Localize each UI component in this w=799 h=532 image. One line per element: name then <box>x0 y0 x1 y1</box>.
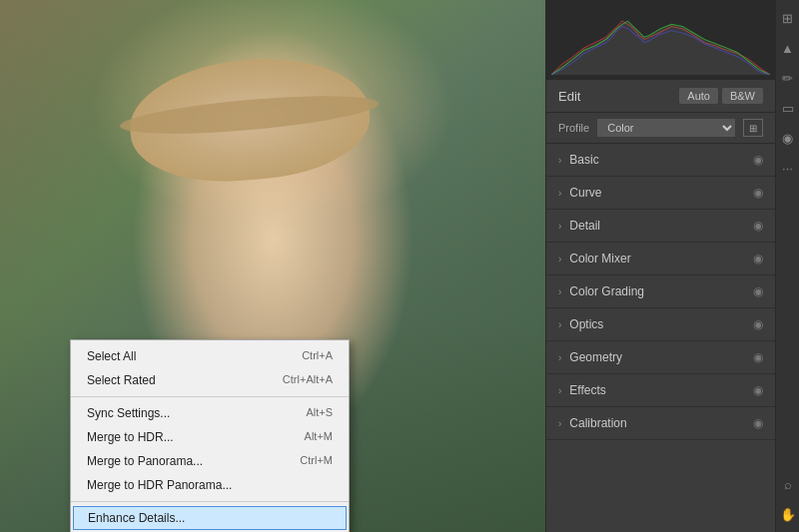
edit-panel: Edit Auto B&W Profile Color ⊞ › Basic ◉ … <box>546 80 775 532</box>
section-optics[interactable]: › Optics ◉ <box>546 308 775 341</box>
section-left-effects: › Effects <box>558 383 606 397</box>
auto-button[interactable]: Auto <box>679 88 718 104</box>
menu-item-select-rated[interactable]: Select Rated Ctrl+Alt+A <box>71 368 349 392</box>
eye-icon-curve[interactable]: ◉ <box>753 186 763 200</box>
profile-select[interactable]: Color <box>597 119 735 137</box>
profile-row: Profile Color ⊞ <box>546 113 775 144</box>
section-color-grading[interactable]: › Color Grading ◉ <box>546 275 775 308</box>
context-menu: Select All Ctrl+A Select Rated Ctrl+Alt+… <box>70 339 350 532</box>
photo-area: Select All Ctrl+A Select Rated Ctrl+Alt+… <box>0 0 545 532</box>
section-left-optics: › Optics <box>558 317 603 331</box>
section-label-optics: Optics <box>569 317 603 331</box>
chevron-icon-optics: › <box>558 319 561 330</box>
edit-header: Edit Auto B&W <box>546 80 775 113</box>
eye-toggle-icon[interactable]: ◉ <box>778 128 798 148</box>
search-icon[interactable]: ⌕ <box>778 474 798 494</box>
chevron-icon-color-grading: › <box>558 286 561 297</box>
menu-item-sync-settings[interactable]: Sync Settings... Alt+S <box>71 401 349 425</box>
menu-item-select-all[interactable]: Select All Ctrl+A <box>71 344 349 368</box>
section-left-basic: › Basic <box>558 153 599 167</box>
eye-icon-basic[interactable]: ◉ <box>753 153 763 167</box>
eye-icon-detail[interactable]: ◉ <box>753 219 763 233</box>
eye-icon-calibration[interactable]: ◉ <box>753 416 763 430</box>
menu-divider-2 <box>71 501 349 502</box>
section-label-color-mixer: Color Mixer <box>569 252 630 266</box>
edit-buttons: Auto B&W <box>679 88 763 104</box>
section-label-curve: Curve <box>569 186 601 200</box>
menu-item-merge-hdr-pano[interactable]: Merge to HDR Panorama... <box>71 473 349 497</box>
more-icon[interactable]: ··· <box>778 158 798 178</box>
section-label-geometry: Geometry <box>569 350 622 364</box>
section-calibration[interactable]: › Calibration ◉ <box>546 407 775 440</box>
navigator-icon[interactable]: ⊞ <box>778 8 798 28</box>
bw-button[interactable]: B&W <box>722 88 763 104</box>
menu-item-merge-panorama[interactable]: Merge to Panorama... Ctrl+M <box>71 449 349 473</box>
histogram <box>546 0 775 80</box>
section-label-effects: Effects <box>569 383 605 397</box>
hand-icon[interactable]: ✋ <box>778 504 798 524</box>
profile-label: Profile <box>558 122 589 134</box>
section-geometry[interactable]: › Geometry ◉ <box>546 341 775 374</box>
chevron-icon-geometry: › <box>558 352 561 363</box>
section-basic[interactable]: › Basic ◉ <box>546 144 775 177</box>
section-label-calibration: Calibration <box>569 416 626 430</box>
section-color-mixer[interactable]: › Color Mixer ◉ <box>546 243 775 275</box>
sections-container: › Basic ◉ › Curve ◉ › Detail ◉ › Color M… <box>546 144 775 440</box>
right-sidebar-icons: ⊞ ▲ ✏ ▭ ◉ ··· ⌕ ✋ <box>775 0 799 532</box>
chevron-icon-color-mixer: › <box>558 254 561 265</box>
menu-divider-1 <box>71 396 349 397</box>
section-left-geometry: › Geometry <box>558 350 622 364</box>
section-left-detail: › Detail <box>558 219 600 233</box>
chevron-icon-curve: › <box>558 188 561 199</box>
crop-icon[interactable]: ▭ <box>778 98 798 118</box>
chevron-icon-effects: › <box>558 385 561 396</box>
histogram-chart <box>551 5 770 75</box>
eye-icon-optics[interactable]: ◉ <box>753 317 763 331</box>
section-left-color-grading: › Color Grading <box>558 284 644 298</box>
eye-icon-geometry[interactable]: ◉ <box>753 350 763 364</box>
chevron-icon-detail: › <box>558 221 561 232</box>
section-left-curve: › Curve <box>558 186 601 200</box>
section-label-detail: Detail <box>569 219 600 233</box>
eye-icon-color-grading[interactable]: ◉ <box>753 284 763 298</box>
menu-item-enhance-details[interactable]: Enhance Details... <box>73 506 347 530</box>
section-effects[interactable]: › Effects ◉ <box>546 374 775 407</box>
edit-title: Edit <box>558 89 580 104</box>
eye-icon-effects[interactable]: ◉ <box>753 383 763 397</box>
section-detail[interactable]: › Detail ◉ <box>546 210 775 243</box>
histogram-toggle-icon[interactable]: ▲ <box>778 38 798 58</box>
section-label-basic: Basic <box>569 153 598 167</box>
right-panel: Edit Auto B&W Profile Color ⊞ › Basic ◉ … <box>545 0 775 532</box>
menu-item-merge-hdr[interactable]: Merge to HDR... Alt+M <box>71 425 349 449</box>
section-left-color-mixer: › Color Mixer <box>558 252 631 266</box>
chevron-icon-calibration: › <box>558 418 561 429</box>
section-curve[interactable]: › Curve ◉ <box>546 177 775 210</box>
profile-grid-button[interactable]: ⊞ <box>743 119 763 137</box>
section-label-color-grading: Color Grading <box>569 284 644 298</box>
chevron-icon-basic: › <box>558 155 561 166</box>
section-left-calibration: › Calibration <box>558 416 627 430</box>
brush-icon[interactable]: ✏ <box>778 68 798 88</box>
eye-icon-color-mixer[interactable]: ◉ <box>753 252 763 266</box>
